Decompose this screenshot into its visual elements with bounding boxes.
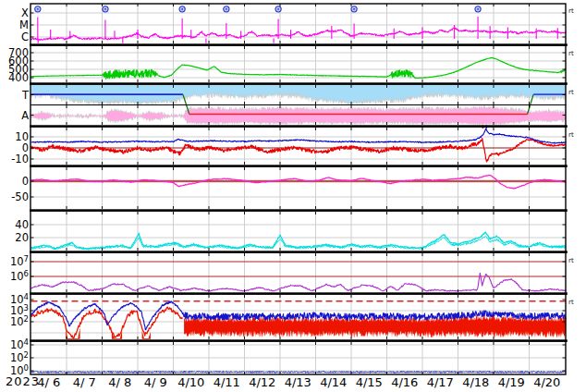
y-tick-label: C xyxy=(21,31,29,43)
y-tick-label: 104 xyxy=(10,337,29,351)
x-axis-year-label: 2023 xyxy=(6,374,40,388)
panel-separator xyxy=(30,82,568,85)
proton-flux xyxy=(31,273,567,291)
panel-separator xyxy=(30,209,568,212)
panel-separator xyxy=(30,251,568,253)
flare-event-dot xyxy=(277,8,279,10)
y-tick-label: 107 xyxy=(10,254,29,268)
rt-label: rt xyxy=(568,299,574,306)
y-tick-label: X xyxy=(21,6,29,19)
y-tick-label: -50 xyxy=(11,190,29,203)
space-weather-multi-panel-chart: XMCrt700600500400rtTrtA100-10rt0-5040201… xyxy=(0,0,586,392)
x-tick-label: 4/13 xyxy=(285,375,311,389)
flare-event-dot xyxy=(226,8,227,10)
rt-label: rt xyxy=(568,50,574,57)
x-tick-label: 4/ 7 xyxy=(73,375,96,389)
panel-separator xyxy=(30,165,568,167)
x-tick-label: 4/14 xyxy=(320,375,347,389)
rt-label: rt xyxy=(568,7,574,15)
y-tick-label: A xyxy=(21,109,29,122)
x-tick-label: 4/ 9 xyxy=(144,375,167,389)
panel-speed xyxy=(31,46,567,82)
panel-density xyxy=(31,212,567,251)
panel-temp xyxy=(31,84,566,106)
x-tick-label: 4/17 xyxy=(427,375,454,389)
panel-xray xyxy=(31,4,567,43)
xray-flux xyxy=(31,28,567,40)
x-tick-label: 4/ 6 xyxy=(37,375,60,389)
x-tick-label: 4/11 xyxy=(214,375,240,389)
y-tick-label: 0 xyxy=(22,175,29,188)
b-total xyxy=(31,129,567,143)
flare-event-dot xyxy=(181,8,183,10)
low-band-trace xyxy=(31,372,567,374)
y-tick-label: T xyxy=(21,89,30,102)
panel-separator xyxy=(30,125,568,128)
y-tick-label: 20 xyxy=(15,231,29,244)
flare-event-dot xyxy=(37,8,39,10)
panel-act xyxy=(31,104,566,126)
panel-dst xyxy=(31,167,567,209)
rt-label: rt xyxy=(568,131,574,139)
x-tick-label: 4/16 xyxy=(391,375,418,389)
x-tick-label: 4/12 xyxy=(249,375,275,389)
x-tick-label: 4/10 xyxy=(177,375,204,389)
chart-container: XMCrt700600500400rtTrtA100-10rt0-5040201… xyxy=(0,0,586,392)
y-tick-label: 40 xyxy=(15,218,29,231)
panel-proton xyxy=(31,253,567,292)
y-tick-label: -10 xyxy=(11,153,29,165)
flare-event-dot xyxy=(104,8,106,10)
x-tick-label: 4/18 xyxy=(462,375,489,389)
y-tick-label: 400 xyxy=(8,71,29,84)
y-tick-label: 102 xyxy=(10,314,29,328)
y-tick-label: M xyxy=(19,18,29,31)
rt-label: rt xyxy=(568,257,574,264)
rt-label: rt xyxy=(568,89,574,96)
y-tick-label: 102 xyxy=(10,350,29,364)
panel-separator xyxy=(30,339,568,342)
x-tick-label: 4/15 xyxy=(356,375,383,389)
x-tick-label: 4/20 xyxy=(533,375,560,389)
x-tick-label: 4/19 xyxy=(498,375,525,389)
panel-bfield xyxy=(31,128,567,165)
flare-event-dot xyxy=(477,8,479,10)
panel-separator xyxy=(30,43,568,46)
panel-lowband xyxy=(31,342,567,374)
panel-electron xyxy=(31,295,567,340)
x-tick-label: 4/ 8 xyxy=(108,375,131,389)
panel-separator xyxy=(30,292,568,295)
density-trace-b xyxy=(31,237,567,251)
flare-event-dot xyxy=(353,8,355,10)
y-tick-label: 106 xyxy=(10,269,29,283)
